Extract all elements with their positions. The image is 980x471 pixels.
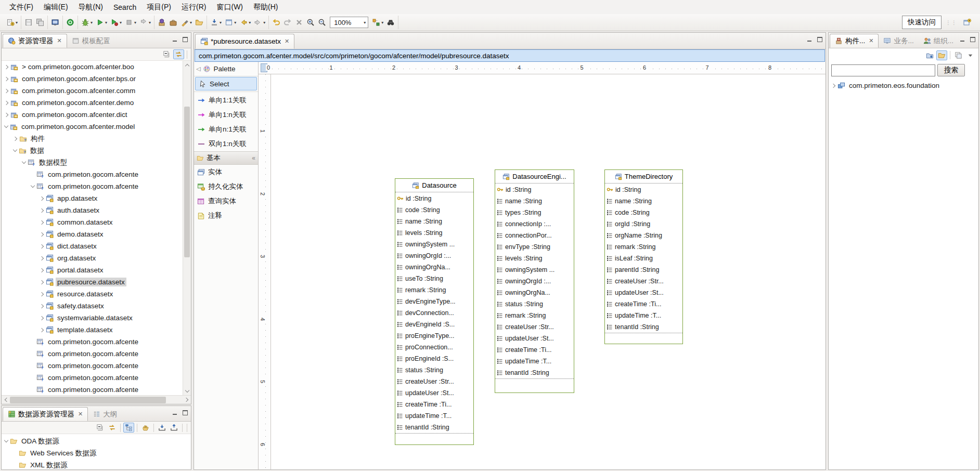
link-editor-button[interactable] — [173, 49, 184, 59]
entity-attribute[interactable]: code :String — [605, 207, 682, 218]
explorer-tree-item[interactable]: > com.primeton.gocom.afcenter.boo — [2, 61, 182, 73]
minimize-button[interactable] — [960, 37, 965, 42]
entity-attribute[interactable]: tenantId :String — [395, 422, 473, 433]
explorer-tree-item[interactable]: ?com.primeton.gocom.afcente — [2, 348, 182, 360]
layout-button[interactable]: ▾ — [370, 17, 385, 28]
new-wizard-button[interactable]: ▾ — [5, 17, 19, 28]
explorer-tree-item[interactable]: com.primeton.gocom.afcenter.dict — [2, 109, 182, 121]
entity-attribute[interactable]: status :String — [495, 298, 574, 310]
deploy-button[interactable] — [156, 17, 167, 28]
right-tab-2[interactable]: 组织... — [919, 34, 958, 48]
entity-attribute[interactable]: owningSystem ... — [395, 239, 473, 250]
chevron-down-icon[interactable] — [31, 184, 35, 188]
folder-import-button[interactable] — [924, 50, 935, 60]
close-icon[interactable]: ✕ — [285, 38, 289, 45]
minimize-button[interactable] — [172, 37, 177, 42]
close-icon[interactable]: ✕ — [57, 37, 62, 44]
export-tray-button[interactable] — [169, 423, 179, 433]
maximize-button[interactable] — [970, 37, 975, 42]
explorer-tree-item[interactable]: ?com.primeton.gocom.afcente — [2, 372, 182, 384]
console-button[interactable] — [49, 17, 61, 28]
entity-attribute[interactable]: parentId :String — [605, 264, 682, 276]
entity-attribute[interactable]: updateUser :St... — [495, 333, 574, 344]
search-button[interactable]: 搜索 — [937, 64, 965, 76]
collapse-all-button[interactable] — [161, 49, 172, 59]
entity-attribute[interactable]: updateTime :T... — [395, 410, 473, 422]
entity-attribute[interactable]: connectionIp :... — [495, 218, 574, 230]
entity-attribute[interactable]: updateUser :St... — [605, 287, 682, 298]
debug-button[interactable]: ▾ — [80, 17, 94, 28]
entity-attribute[interactable]: levels :String — [495, 253, 574, 264]
entity-attribute[interactable]: createUser :Str... — [495, 321, 574, 333]
zoom-out-button[interactable] — [316, 17, 328, 28]
entity-attribute[interactable]: name :String — [495, 195, 574, 207]
palette-section-basic[interactable]: 基本« — [194, 151, 258, 165]
explorer-tree-item[interactable]: common.datasetx — [2, 216, 182, 228]
entity-attribute[interactable]: types :String — [495, 207, 574, 218]
menu-item-5[interactable]: 运行(R) — [176, 0, 211, 14]
explorer-tree-item[interactable]: ?数据 — [2, 145, 182, 156]
entity-title[interactable]: DatasourceEngi... — [495, 170, 574, 184]
open-folder-button[interactable] — [194, 17, 205, 28]
scroll-right-arrow[interactable] — [183, 396, 191, 404]
run-button[interactable]: ▾ — [94, 17, 109, 28]
explorer-tree-item[interactable]: ?com.primeton.gocom.afcente — [2, 180, 182, 192]
entity-attribute[interactable]: devEngineId :S... — [395, 319, 473, 330]
chevron-right-icon[interactable] — [4, 88, 8, 93]
entity-attribute[interactable]: owningOrgNa... — [495, 287, 574, 298]
explorer-tree-item[interactable]: ?构件 — [2, 133, 182, 145]
chevron-right-icon[interactable] — [40, 292, 44, 296]
entity-attribute[interactable]: remark :String — [605, 241, 682, 253]
scroll-down-arrow[interactable] — [183, 387, 191, 395]
palette-collapse-icon[interactable]: ◁ — [196, 66, 200, 72]
chevron-right-icon[interactable] — [831, 83, 835, 87]
tree-view-button[interactable] — [123, 423, 134, 433]
entity-attribute[interactable]: levels :String — [395, 227, 473, 239]
undo-button[interactable] — [270, 17, 282, 28]
open-perspective-button[interactable] — [961, 17, 973, 28]
zoom-in-button[interactable] — [305, 17, 316, 28]
paint-button[interactable]: ▾ — [179, 17, 194, 28]
palette-tool-relation-1[interactable]: 单向1:n关联 — [194, 108, 258, 122]
chevron-right-icon[interactable] — [13, 136, 17, 140]
delete-button[interactable] — [293, 17, 305, 28]
entity-DatasourceEngi[interactable]: DatasourceEngi...id :Stringname :Stringt… — [495, 169, 574, 393]
save-all-button[interactable] — [34, 17, 46, 28]
quick-access-button[interactable]: 快速访问 — [902, 16, 942, 29]
entity-attribute[interactable]: connectionPor... — [495, 230, 574, 241]
search-binoculars-button[interactable] — [385, 17, 396, 28]
entity-attribute[interactable]: devConnection... — [395, 307, 473, 319]
chevron-down-icon[interactable] — [13, 148, 17, 152]
entity-attribute[interactable]: orgName :String — [605, 230, 682, 241]
entity-attribute[interactable]: tenantId :String — [495, 367, 574, 378]
menu-item-4[interactable]: 项目(P) — [141, 0, 176, 14]
chevron-down-icon[interactable] — [4, 124, 8, 128]
entity-attribute[interactable]: owningOrgNa... — [395, 261, 473, 273]
entity-attribute[interactable]: owningSystem ... — [495, 264, 574, 276]
entity-ThemeDirectory[interactable]: ThemeDirectoryid :Stringname :Stringcode… — [604, 169, 683, 344]
chevron-right-icon[interactable] — [4, 64, 8, 69]
datasource-tab-1[interactable]: 大纲 — [88, 407, 122, 421]
entity-attribute[interactable]: proConnection... — [395, 342, 473, 353]
datasource-tab-0[interactable]: 数据源资源管理器✕ — [3, 407, 88, 421]
chevron-right-icon[interactable] — [40, 232, 44, 236]
explorer-tree-item[interactable]: ?com.primeton.gocom.afcente — [2, 384, 182, 395]
entity-attribute[interactable]: proEngineType... — [395, 330, 473, 342]
entity-attribute[interactable]: createTime :Ti... — [495, 344, 574, 356]
chevron-right-icon[interactable] — [40, 196, 44, 200]
maximize-button[interactable] — [817, 37, 822, 42]
chevron-right-icon[interactable] — [4, 100, 8, 104]
entity-attribute[interactable]: id :String — [605, 184, 682, 195]
run-last-button[interactable]: ▾ — [138, 17, 152, 28]
chevron-right-icon[interactable] — [40, 244, 44, 248]
explorer-tab-1[interactable]: 模板配置 — [67, 34, 115, 48]
entity-attribute[interactable]: owningOrgId :... — [495, 276, 574, 287]
entity-attribute[interactable]: name :String — [395, 216, 473, 227]
palette-tool-persist-entity[interactable]: 持久化实体 — [194, 179, 258, 194]
entity-attribute[interactable]: envType :String — [495, 241, 574, 253]
entity-attribute[interactable]: isLeaf :String — [605, 253, 682, 264]
explorer-tree-item[interactable]: systemvariable.datasetx — [2, 312, 182, 324]
minimize-button[interactable] — [172, 410, 177, 415]
forward-button[interactable]: ▾ — [252, 17, 267, 28]
palette-tool-entity[interactable]: 实体 — [194, 165, 258, 179]
